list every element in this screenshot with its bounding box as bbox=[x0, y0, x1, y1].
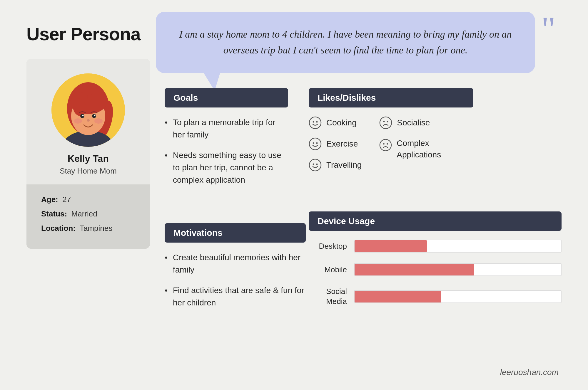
avatar bbox=[51, 73, 125, 147]
svg-point-11 bbox=[82, 115, 84, 116]
device-desktop-label: Desktop bbox=[309, 242, 347, 251]
sad-face-icon bbox=[379, 116, 392, 129]
device-bars: Desktop Mobile Social Media bbox=[309, 240, 562, 307]
device-usage-header: Device Usage bbox=[309, 211, 562, 231]
device-desktop-track bbox=[354, 240, 562, 253]
happy-face-icon-2 bbox=[309, 137, 322, 150]
motivations-list: Create beautiful memories with her famil… bbox=[165, 251, 306, 309]
goal-item-2: Needs something easy to use to plan her … bbox=[165, 149, 288, 186]
motivations-section: Motivations Create beautiful memories wi… bbox=[165, 223, 306, 317]
page-title: User Persona bbox=[26, 23, 141, 44]
like-item-cooking: Cooking bbox=[309, 116, 362, 129]
device-social-row: Social Media bbox=[309, 287, 562, 307]
svg-point-15 bbox=[87, 119, 90, 122]
like-item-exercise: Exercise bbox=[309, 137, 362, 150]
device-mobile-track bbox=[354, 263, 562, 276]
likes-column: Cooking Exercise Travelling bbox=[309, 116, 362, 172]
svg-point-24 bbox=[316, 164, 318, 165]
persona-card: Kelly Tan Stay Home Mom Age: 27 Status: … bbox=[26, 59, 150, 249]
svg-point-17 bbox=[313, 121, 314, 123]
persona-card-bottom: Age: 27 Status: Married Location: Tampin… bbox=[26, 184, 150, 249]
device-desktop-fill bbox=[355, 240, 427, 252]
device-social-track bbox=[354, 290, 562, 303]
svg-point-26 bbox=[383, 121, 385, 122]
device-social-label: Social Media bbox=[309, 287, 347, 307]
persona-card-top: Kelly Tan Stay Home Mom bbox=[26, 59, 150, 184]
persona-name: Kelly Tan bbox=[68, 153, 109, 164]
motivation-item-2: Find activities that are safe & fun for … bbox=[165, 284, 306, 309]
persona-role: Stay Home Mom bbox=[60, 167, 117, 176]
svg-point-29 bbox=[383, 143, 385, 145]
like-item-travelling: Travelling bbox=[309, 159, 362, 172]
motivation-item-1: Create beautiful memories with her famil… bbox=[165, 251, 306, 276]
sad-face-icon-2 bbox=[379, 139, 392, 152]
goal-item-1: To plan a memorable trip for her family bbox=[165, 116, 288, 141]
goals-list: To plan a memorable trip for her family … bbox=[165, 116, 288, 186]
svg-point-30 bbox=[387, 143, 388, 145]
happy-face-icon bbox=[309, 116, 322, 129]
svg-point-21 bbox=[316, 142, 318, 144]
quote-text: I am a stay home mom to 4 children. I ha… bbox=[179, 29, 512, 56]
goals-header: Goals bbox=[165, 88, 288, 107]
svg-point-28 bbox=[380, 139, 391, 151]
device-usage-section: Device Usage Desktop Mobile Social Media bbox=[309, 211, 562, 317]
svg-point-16 bbox=[309, 117, 321, 129]
svg-point-13 bbox=[74, 118, 82, 124]
svg-point-12 bbox=[94, 115, 96, 116]
quote-bubble: I am a stay home mom to 4 children. I ha… bbox=[156, 12, 535, 73]
dislike-item-complex-apps: Complex Applications bbox=[379, 137, 473, 160]
svg-point-19 bbox=[309, 138, 321, 150]
svg-point-8 bbox=[87, 93, 92, 101]
likes-dislikes-grid: Cooking Exercise Travelling bbox=[309, 116, 473, 172]
persona-age: Age: 27 bbox=[41, 195, 135, 204]
footer-credit: leeruoshan.com bbox=[500, 368, 559, 377]
device-mobile-fill bbox=[355, 264, 474, 275]
device-mobile-label: Mobile bbox=[309, 265, 347, 274]
device-mobile-row: Mobile bbox=[309, 263, 562, 276]
device-social-fill bbox=[355, 291, 441, 302]
svg-point-10 bbox=[92, 114, 96, 118]
happy-face-icon-3 bbox=[309, 159, 322, 172]
svg-point-25 bbox=[380, 117, 392, 129]
dislike-item-socialise: Socialise bbox=[379, 116, 473, 129]
persona-location: Location: Tampines bbox=[41, 224, 135, 233]
device-desktop-row: Desktop bbox=[309, 240, 562, 253]
motivations-header: Motivations bbox=[165, 223, 306, 243]
svg-point-22 bbox=[309, 159, 321, 171]
likes-dislikes-header: Likes/Dislikes bbox=[309, 88, 473, 107]
dislikes-column: Socialise Complex Applications bbox=[379, 116, 473, 172]
svg-point-27 bbox=[387, 121, 388, 122]
svg-point-20 bbox=[313, 142, 314, 144]
svg-point-14 bbox=[94, 118, 103, 124]
quote-mark-icon: " bbox=[541, 12, 556, 47]
svg-point-18 bbox=[316, 121, 318, 123]
persona-status: Status: Married bbox=[41, 209, 135, 218]
goals-section: Goals To plan a memorable trip for her f… bbox=[165, 88, 288, 194]
likes-dislikes-section: Likes/Dislikes Cooking Exe bbox=[309, 88, 473, 172]
svg-point-9 bbox=[80, 114, 84, 118]
svg-point-23 bbox=[313, 164, 314, 165]
